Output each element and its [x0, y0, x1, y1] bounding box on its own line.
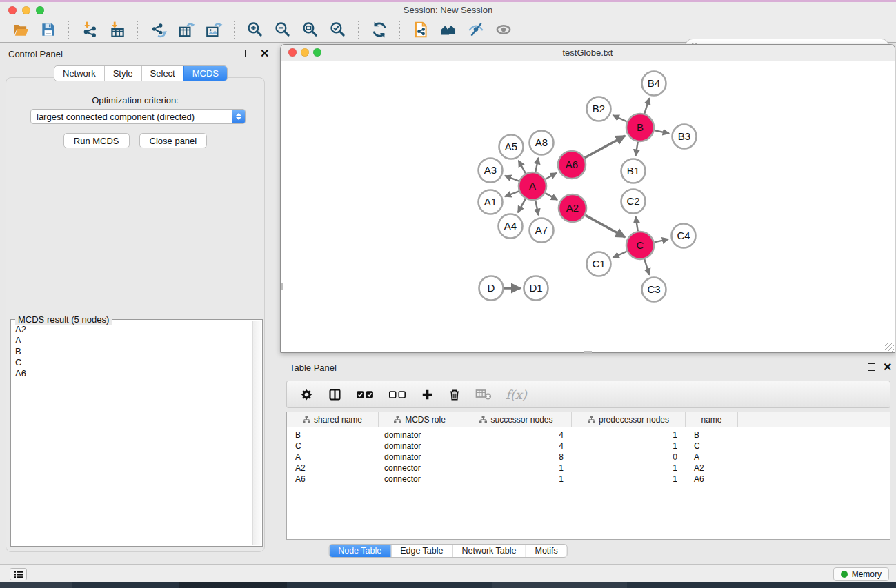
close-table-panel-icon[interactable]: ✕: [883, 364, 892, 371]
edge-C-C4[interactable]: [654, 239, 668, 243]
graph-node-B3[interactable]: B3: [673, 125, 697, 149]
import-network-button[interactable]: [77, 19, 102, 40]
network-canvas[interactable]: B4B2BB3A8A5A6A3B1AC2A1A2A4A7C4CC1C3DD1: [281, 61, 895, 352]
edge-B-B1[interactable]: [636, 142, 638, 156]
graph-node-B[interactable]: B: [626, 114, 654, 141]
export-table-button[interactable]: [174, 19, 199, 40]
function-builder-icon[interactable]: f(x): [506, 387, 527, 402]
graph-node-C1[interactable]: C1: [587, 252, 611, 276]
table-row[interactable]: Bdominator41B: [287, 429, 890, 440]
result-scrollbar[interactable]: [252, 321, 261, 545]
import-table-button[interactable]: [105, 19, 130, 40]
graph-node-A[interactable]: A: [519, 172, 546, 200]
edge-A-A8[interactable]: [535, 158, 538, 172]
zoom-in-button[interactable]: [243, 19, 268, 40]
criterion-dropdown[interactable]: largest connected component (directed): [30, 109, 246, 124]
column-header-name[interactable]: name: [686, 412, 738, 427]
select-all-icon[interactable]: [356, 389, 375, 400]
svg-text:C1: C1: [592, 258, 605, 270]
column-header-successor-nodes[interactable]: successor nodes: [461, 412, 572, 427]
table-row[interactable]: A2connector11A2: [287, 463, 890, 474]
column-header-MCDS-role[interactable]: MCDS role: [379, 412, 461, 427]
graph-node-C[interactable]: C: [626, 232, 654, 259]
network-from-file-button[interactable]: [408, 19, 433, 40]
tab-edge-table[interactable]: Edge Table: [390, 545, 452, 557]
zoom-fit-button[interactable]: [298, 19, 323, 40]
edge-A-A1[interactable]: [505, 191, 519, 196]
edge-C-C2[interactable]: [635, 216, 637, 231]
edge-B-B3[interactable]: [655, 130, 669, 133]
graph-node-D[interactable]: D: [479, 276, 504, 301]
delete-icon[interactable]: [448, 387, 461, 402]
refresh-button[interactable]: [367, 19, 392, 40]
graph-node-B1[interactable]: B1: [621, 159, 646, 183]
edge-C-C1[interactable]: [613, 252, 627, 258]
horizontal-scroll-indicator[interactable]: [584, 351, 592, 354]
graph-node-A2[interactable]: A2: [559, 194, 586, 222]
memory-button[interactable]: Memory: [833, 567, 889, 581]
tab-select[interactable]: Select: [141, 66, 183, 81]
graph-node-D1[interactable]: D1: [524, 276, 548, 301]
vertical-scroll-indicator[interactable]: [281, 283, 283, 290]
svg-text:C4: C4: [677, 230, 690, 241]
float-panel-icon[interactable]: [245, 50, 252, 57]
task-history-button[interactable]: [10, 568, 27, 580]
close-panel-button[interactable]: Close panel: [139, 133, 208, 148]
close-panel-icon[interactable]: ✕: [260, 50, 269, 57]
table-row[interactable]: Adominator80A: [287, 452, 890, 463]
export-image-button[interactable]: [201, 19, 226, 40]
houses-button[interactable]: [436, 19, 461, 40]
graph-node-A7[interactable]: A7: [530, 219, 554, 243]
graph-node-A1[interactable]: A1: [479, 190, 503, 214]
edge-A-A4[interactable]: [518, 199, 526, 212]
graph-node-A4[interactable]: A4: [499, 214, 523, 239]
tab-node-table[interactable]: Node Table: [329, 545, 390, 557]
edge-A-A2[interactable]: [545, 193, 557, 200]
graph-node-C4[interactable]: C4: [672, 224, 696, 248]
edge-A6-B[interactable]: [584, 136, 625, 158]
resize-grip-icon[interactable]: [885, 343, 894, 352]
edge-A-A7[interactable]: [535, 201, 538, 215]
hide-eye-button[interactable]: [464, 19, 488, 40]
graph-node-A8[interactable]: A8: [530, 131, 554, 155]
show-eye-button[interactable]: [491, 19, 516, 40]
show-column-icon[interactable]: [328, 387, 342, 402]
graph-node-C2[interactable]: C2: [621, 190, 646, 214]
graph-node-B2[interactable]: B2: [587, 97, 611, 121]
table-row[interactable]: Cdominator41C: [287, 440, 890, 452]
tab-motifs[interactable]: Motifs: [525, 545, 566, 557]
graph-node-C3[interactable]: C3: [642, 278, 666, 302]
gear-icon[interactable]: [299, 387, 314, 402]
float-table-panel-icon[interactable]: [868, 363, 875, 371]
graph-node-A3[interactable]: A3: [479, 159, 503, 183]
zoom-out-button[interactable]: [270, 19, 295, 40]
graph-node-B4[interactable]: B4: [642, 72, 666, 96]
edge-A-A6[interactable]: [545, 173, 557, 179]
tab-network[interactable]: Network: [54, 66, 104, 81]
tab-network-table[interactable]: Network Table: [452, 545, 526, 557]
cell-name: C: [686, 441, 738, 451]
run-mcds-button[interactable]: Run MCDS: [63, 133, 130, 148]
column-header-predecessor-nodes[interactable]: predecessor nodes: [572, 412, 686, 427]
edge-C-C3[interactable]: [644, 259, 649, 274]
tab-mcds[interactable]: MCDS: [183, 66, 227, 81]
edge-B-B2[interactable]: [613, 115, 627, 121]
delete-table-icon[interactable]: [475, 387, 492, 401]
network-graph[interactable]: B4B2BB3A8A5A6A3B1AC2A1A2A4A7C4CC1C3DD1: [281, 61, 895, 352]
toolbar-separator: [68, 21, 70, 39]
table-row[interactable]: A6connector11A6: [287, 474, 890, 485]
edge-A-A5[interactable]: [519, 161, 526, 174]
deselect-all-icon[interactable]: [388, 389, 407, 400]
open-file-button[interactable]: [8, 19, 33, 40]
tab-style[interactable]: Style: [104, 66, 141, 81]
edge-B-B4[interactable]: [644, 98, 649, 113]
add-column-icon[interactable]: [421, 388, 434, 401]
column-header-shared-name[interactable]: shared name: [287, 412, 379, 427]
edge-A2-C[interactable]: [585, 215, 625, 237]
export-network-button[interactable]: [146, 19, 171, 40]
save-session-button[interactable]: [36, 19, 61, 40]
edge-A-A3[interactable]: [505, 176, 519, 181]
graph-node-A5[interactable]: A5: [499, 135, 524, 159]
zoom-selected-button[interactable]: [326, 19, 350, 40]
graph-node-A6[interactable]: A6: [558, 151, 586, 179]
